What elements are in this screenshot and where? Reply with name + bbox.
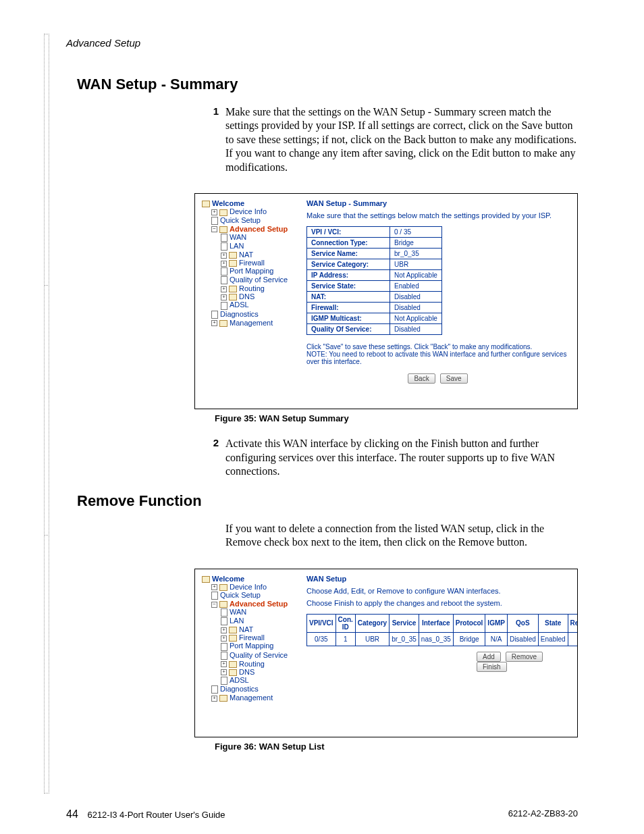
figure-35-note2: NOTE: You need to reboot to activate thi… [306, 350, 569, 365]
page-number: 44 [66, 808, 78, 820]
tree-lan[interactable]: LAN [230, 242, 244, 250]
step-1-text: Make sure that the settings on the WAN S… [225, 105, 578, 174]
table-row: 0/35 1 UBR br_0_35 nas_0_35 Bridge N/A D… [307, 632, 579, 646]
tree2-adsl[interactable]: ADSL [230, 676, 249, 684]
tree2-wan[interactable]: WAN [230, 608, 246, 616]
figure-36-sub1: Choose Add, Edit, or Remove to configure… [306, 587, 569, 595]
heading-remove-function: Remove Function [77, 492, 578, 510]
tree-advanced-setup[interactable]: Advanced Setup [230, 225, 288, 233]
tree-device-info[interactable]: Device Info [230, 207, 267, 215]
tree-routing[interactable]: Routing [239, 284, 265, 292]
table-header-row: VPI/VCI Con. ID Category Service Interfa… [307, 614, 579, 632]
heading-wan-summary: WAN Setup - Summary [77, 76, 578, 93]
tree-diagnostics[interactable]: Diagnostics [220, 310, 259, 318]
figure-35-caption: Figure 35: WAN Setup Summary [215, 413, 578, 423]
remove-paragraph: If you want to delete a connection from … [225, 522, 578, 550]
figure-36-sub2: Choose Finish to apply the changes and r… [306, 599, 569, 607]
figure-35-subtitle: Make sure that the settings below match … [306, 211, 569, 219]
tree2-lan[interactable]: LAN [230, 617, 244, 625]
figure-35-content: WAN Setup - Summary Make sure that the s… [306, 199, 569, 384]
tree-wan[interactable]: WAN [230, 233, 246, 241]
tree2-welcome[interactable]: Welcome [212, 575, 244, 583]
figure-35: Welcome +Device Info Quick Setup −Advanc… [194, 193, 578, 423]
tree-qos[interactable]: Quality of Service [230, 276, 288, 284]
figure-36-content: WAN Setup Choose Add, Edit, or Remove to… [306, 575, 569, 672]
tree-management[interactable]: Management [230, 319, 273, 327]
step-2: 2 Activate this WAN interface by clickin… [201, 437, 578, 478]
tree2-management[interactable]: Management [230, 694, 273, 702]
tree2-nat[interactable]: NAT [239, 625, 253, 633]
tree-dns[interactable]: DNS [239, 292, 254, 301]
tree-port-mapping[interactable]: Port Mapping [230, 267, 273, 275]
page-footer: 44 6212-I3 4-Port Router User's Guide 62… [66, 808, 578, 820]
save-button[interactable]: Save [440, 373, 468, 384]
tree2-qos[interactable]: Quality of Service [230, 651, 288, 659]
add-button[interactable]: Add [477, 652, 501, 662]
summary-table: VPI / VCI:0 / 35 Connection Type:Bridge … [306, 226, 442, 335]
running-header: Advanced Setup [66, 37, 578, 49]
tree2-dns[interactable]: DNS [239, 668, 254, 676]
figure-36: Welcome +Device Info Quick Setup −Advanc… [194, 569, 578, 752]
tree-nat[interactable]: NAT [239, 251, 253, 259]
tree-welcome[interactable]: Welcome [212, 199, 244, 207]
step-1: 1 Make sure that the settings on the WAN… [201, 105, 578, 174]
step-2-number: 2 [201, 437, 225, 478]
nav-tree: Welcome +Device Info Quick Setup −Advanc… [202, 199, 300, 326]
finish-button[interactable]: Finish [477, 662, 507, 672]
tree2-firewall[interactable]: Firewall [239, 633, 265, 642]
step-1-number: 1 [201, 105, 225, 174]
tree2-device-info[interactable]: Device Info [230, 583, 267, 591]
tree2-routing[interactable]: Routing [239, 660, 265, 668]
page: Advanced Setup WAN Setup - Summary 1 Mak… [0, 0, 644, 834]
step-2-text: Activate this WAN interface by clicking … [225, 437, 578, 478]
wan-list-table: VPI/VCI Con. ID Category Service Interfa… [306, 614, 578, 646]
tree-firewall[interactable]: Firewall [239, 259, 265, 267]
figure-36-title: WAN Setup [306, 575, 569, 583]
back-button[interactable]: Back [408, 373, 435, 384]
remove-button[interactable]: Remove [506, 652, 543, 662]
tree2-advanced-setup[interactable]: Advanced Setup [230, 600, 288, 608]
tree2-port-mapping[interactable]: Port Mapping [230, 642, 273, 650]
figure-35-note1: Click "Save" to save these settings. Cli… [306, 343, 569, 350]
figure-36-caption: Figure 36: WAN Setup List [215, 741, 578, 752]
tree2-diagnostics[interactable]: Diagnostics [220, 685, 259, 693]
tree2-quick-setup[interactable]: Quick Setup [220, 591, 261, 599]
figure-35-title: WAN Setup - Summary [306, 199, 569, 207]
footer-right: 6212-A2-ZB83-20 [508, 808, 578, 820]
tree-quick-setup[interactable]: Quick Setup [220, 216, 261, 224]
tree-adsl[interactable]: ADSL [230, 301, 249, 309]
footer-left: 6212-I3 4-Port Router User's Guide [87, 810, 225, 820]
nav-tree-2: Welcome +Device Info Quick Setup −Advanc… [202, 575, 300, 702]
